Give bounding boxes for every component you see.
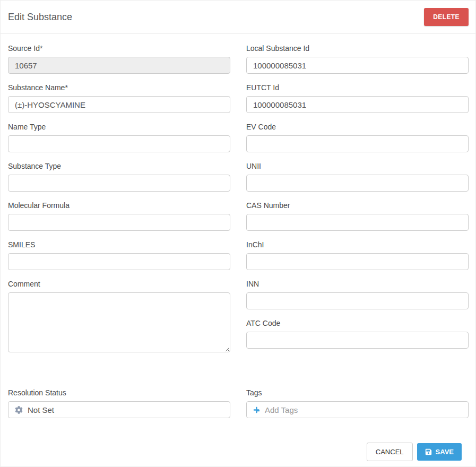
inchi-input[interactable]: [246, 253, 469, 270]
cas-number-label: CAS Number: [246, 201, 469, 210]
field-tags: Tags Add Tags: [246, 388, 469, 418]
substance-type-label: Substance Type: [8, 162, 230, 170]
form-left-column: Source Id* Substance Name* Name Type Sub…: [8, 44, 230, 362]
bottom-left-column: Resolution Status Not Set: [8, 388, 230, 428]
molecular-formula-label: Molecular Formula: [8, 201, 230, 210]
local-substance-id-input[interactable]: [246, 57, 469, 74]
smiles-label: SMILES: [8, 240, 230, 249]
atc-code-label: ATC Code: [246, 319, 469, 327]
atc-code-input[interactable]: [246, 332, 469, 349]
comment-label: Comment: [8, 280, 230, 288]
field-source-id: Source Id*: [8, 44, 230, 74]
inn-input[interactable]: [246, 292, 469, 309]
local-substance-id-label: Local Substance Id: [246, 44, 469, 53]
field-comment: Comment: [8, 280, 230, 352]
cancel-button[interactable]: CANCEL: [367, 443, 413, 461]
panel-header: Edit Substance DELETE: [1, 1, 475, 34]
gear-icon: [15, 406, 23, 414]
field-inn: INN: [246, 280, 469, 309]
page-title: Edit Substance: [8, 12, 72, 23]
form-right-column: Local Substance Id EUTCT Id EV Code UNII…: [246, 44, 469, 362]
field-local-substance-id: Local Substance Id: [246, 44, 469, 74]
unii-input[interactable]: [246, 175, 469, 192]
tags-input[interactable]: Add Tags: [246, 401, 469, 418]
ev-code-input[interactable]: [246, 135, 469, 152]
field-inchi: InChI: [246, 240, 469, 270]
substance-form: Source Id* Substance Name* Name Type Sub…: [1, 34, 475, 461]
form-grid: Source Id* Substance Name* Name Type Sub…: [8, 44, 469, 362]
save-icon: [425, 448, 432, 455]
field-substance-type: Substance Type: [8, 162, 230, 192]
edit-substance-panel: Edit Substance DELETE Source Id* Substan…: [0, 0, 476, 467]
name-type-input[interactable]: [8, 135, 230, 152]
field-resolution-status: Resolution Status Not Set: [8, 388, 230, 418]
name-type-label: Name Type: [8, 123, 230, 131]
eutct-id-input[interactable]: [246, 96, 469, 113]
inchi-label: InChI: [246, 240, 469, 249]
form-footer: CANCEL SAVE: [8, 443, 469, 461]
form-bottom-grid: Resolution Status Not Set Tags: [8, 388, 469, 428]
field-unii: UNII: [246, 162, 469, 192]
bottom-right-column: Tags Add Tags: [246, 388, 469, 428]
source-id-input: [8, 57, 230, 74]
inn-label: INN: [246, 280, 469, 288]
field-substance-name: Substance Name*: [8, 83, 230, 113]
field-ev-code: EV Code: [246, 123, 469, 152]
ev-code-label: EV Code: [246, 123, 469, 131]
field-atc-code: ATC Code: [246, 319, 469, 349]
source-id-label: Source Id*: [8, 44, 230, 53]
substance-name-input[interactable]: [8, 96, 230, 113]
field-smiles: SMILES: [8, 240, 230, 270]
unii-label: UNII: [246, 162, 469, 170]
tags-label: Tags: [246, 388, 469, 397]
eutct-id-label: EUTCT Id: [246, 83, 469, 92]
substance-name-label: Substance Name*: [8, 83, 230, 92]
field-eutct-id: EUTCT Id: [246, 83, 469, 113]
comment-textarea[interactable]: [8, 292, 230, 352]
tags-placeholder: Add Tags: [265, 405, 298, 414]
save-button[interactable]: SAVE: [417, 443, 462, 461]
resolution-status-label: Resolution Status: [8, 388, 230, 397]
smiles-input[interactable]: [8, 253, 230, 270]
field-cas-number: CAS Number: [246, 201, 469, 231]
delete-button[interactable]: DELETE: [424, 8, 469, 26]
field-molecular-formula: Molecular Formula: [8, 201, 230, 231]
resolution-status-selector[interactable]: Not Set: [8, 401, 230, 418]
resolution-status-value: Not Set: [28, 405, 54, 414]
molecular-formula-input[interactable]: [8, 214, 230, 231]
field-name-type: Name Type: [8, 123, 230, 152]
substance-type-input[interactable]: [8, 175, 230, 192]
cas-number-input[interactable]: [246, 214, 469, 231]
plus-icon: [253, 407, 260, 413]
save-button-label: SAVE: [436, 448, 454, 456]
